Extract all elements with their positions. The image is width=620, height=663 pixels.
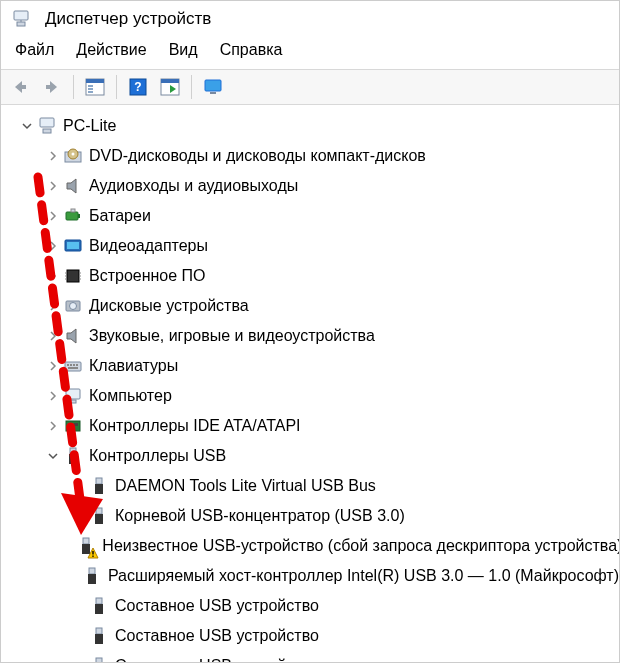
item-label: Компьютер: [89, 388, 172, 404]
speaker-icon: [63, 326, 83, 346]
scan-button[interactable]: [155, 73, 185, 101]
chevron-right-icon[interactable]: [45, 238, 61, 254]
show-hidden-button[interactable]: [198, 73, 228, 101]
usb-plug-icon: [89, 656, 109, 663]
usb-icon: [63, 446, 83, 466]
item-label: Неизвестное USB-устройство (сбой запроса…: [102, 538, 620, 554]
arrow-left-icon: [11, 78, 29, 96]
tree-item-dvd[interactable]: DVD-дисководы и дисководы компакт-дисков: [11, 141, 619, 171]
usb-plug-icon: [89, 596, 109, 616]
svg-rect-54: [95, 484, 103, 494]
monitor-icon: [203, 78, 223, 96]
svg-rect-40: [65, 362, 81, 371]
chevron-down-icon[interactable]: [45, 448, 61, 464]
tree-item-usb-unknown[interactable]: · Неизвестное USB-устройство (сбой запро…: [11, 531, 619, 561]
svg-rect-51: [70, 448, 76, 454]
item-label: Составное USB устройство: [115, 598, 319, 614]
computer-icon: [37, 116, 57, 136]
svg-rect-20: [43, 129, 51, 133]
item-label: DAEMON Tools Lite Virtual USB Bus: [115, 478, 376, 494]
tree-root[interactable]: PC-Lite: [11, 111, 619, 141]
tree-item-computer[interactable]: Компьютер: [11, 381, 619, 411]
toolbar: ?: [1, 69, 619, 105]
app-icon: [11, 9, 31, 29]
usb-plug-icon: [76, 536, 96, 556]
item-label: Корневой USB-концентратор (USB 3.0): [115, 508, 405, 524]
battery-icon: [63, 206, 83, 226]
svg-rect-62: [89, 568, 95, 574]
separator: [116, 75, 117, 99]
separator: [73, 75, 74, 99]
tree-item-ide[interactable]: Контроллеры IDE ATA/ATAPI: [11, 411, 619, 441]
svg-rect-19: [40, 118, 54, 127]
menu-help[interactable]: Справка: [220, 41, 283, 59]
chevron-right-icon[interactable]: [45, 178, 61, 194]
svg-rect-44: [76, 364, 78, 366]
chevron-right-icon[interactable]: [45, 148, 61, 164]
svg-rect-66: [96, 628, 102, 634]
svg-rect-6: [46, 85, 51, 89]
tree-item-video[interactable]: Видеоадаптеры: [11, 231, 619, 261]
controller-icon: [63, 416, 83, 436]
chevron-right-icon[interactable]: [45, 388, 61, 404]
tree-item-usb-child[interactable]: · Составное USB устройство: [11, 621, 619, 651]
svg-rect-67: [95, 634, 103, 644]
svg-rect-18: [210, 92, 216, 94]
item-label: Расширяемый хост-контроллер Intel(R) USB…: [108, 568, 619, 584]
tree-item-usb-child[interactable]: · Составное USB устройство: [11, 591, 619, 621]
tree-item-usb-child[interactable]: · Расширяемый хост-контроллер Intel(R) U…: [11, 561, 619, 591]
usb-plug-icon: [89, 506, 109, 526]
root-label: PC-Lite: [63, 118, 116, 134]
item-label: Видеоадаптеры: [89, 238, 208, 254]
svg-rect-50: [74, 423, 78, 426]
properties-button[interactable]: [80, 73, 110, 101]
svg-rect-25: [66, 212, 78, 220]
chevron-right-icon[interactable]: [45, 208, 61, 224]
tree-item-usb-child[interactable]: · DAEMON Tools Lite Virtual USB Bus: [11, 471, 619, 501]
back-button[interactable]: [5, 73, 35, 101]
menu-file[interactable]: Файл: [15, 41, 54, 59]
tree-item-sound[interactable]: Звуковые, игровые и видеоустройства: [11, 321, 619, 351]
tree-item-audio[interactable]: Аудиовходы и аудиовыходы: [11, 171, 619, 201]
tree-item-keyboards[interactable]: Клавиатуры: [11, 351, 619, 381]
svg-rect-8: [86, 79, 104, 83]
chevron-right-icon[interactable]: [45, 298, 61, 314]
menu-view[interactable]: Вид: [169, 41, 198, 59]
svg-rect-11: [88, 91, 93, 93]
svg-rect-17: [205, 80, 221, 91]
help-button[interactable]: ?: [123, 73, 153, 101]
item-label: Встроенное ПО: [89, 268, 206, 284]
monitor-icon: [63, 386, 83, 406]
svg-rect-30: [67, 270, 79, 282]
svg-rect-57: [83, 538, 89, 544]
svg-rect-0: [14, 11, 28, 20]
menu-action[interactable]: Действие: [76, 41, 146, 59]
svg-rect-45: [68, 367, 78, 369]
svg-rect-49: [68, 423, 72, 426]
svg-rect-64: [96, 598, 102, 604]
svg-point-38: [70, 303, 77, 310]
item-label: Составное USB устройство: [115, 628, 319, 644]
window-title: Диспетчер устройств: [45, 9, 211, 29]
chip-icon: [63, 266, 83, 286]
tree-item-disks[interactable]: Дисковые устройства: [11, 291, 619, 321]
svg-text:?: ?: [134, 80, 141, 94]
item-label: Контроллеры IDE ATA/ATAPI: [89, 418, 301, 434]
tree-item-batteries[interactable]: Батареи: [11, 201, 619, 231]
tree-item-firmware[interactable]: Встроенное ПО: [11, 261, 619, 291]
chevron-right-icon[interactable]: [45, 418, 61, 434]
svg-rect-61: [93, 556, 94, 557]
chevron-right-icon[interactable]: [45, 328, 61, 344]
chevron-right-icon[interactable]: [45, 358, 61, 374]
svg-point-23: [72, 153, 75, 156]
keyboard-icon: [63, 356, 83, 376]
separator: [191, 75, 192, 99]
device-tree[interactable]: PC-Lite DVD-дисководы и дисководы компак…: [1, 105, 619, 663]
tree-item-usb-child[interactable]: · Корневой USB-концентратор (USB 3.0): [11, 501, 619, 531]
svg-rect-42: [70, 364, 72, 366]
forward-button[interactable]: [37, 73, 67, 101]
chevron-down-icon[interactable]: [19, 118, 35, 134]
tree-item-usb-child[interactable]: · Составное USB устройство: [11, 651, 619, 663]
tree-item-usb-controllers[interactable]: Контроллеры USB: [11, 441, 619, 471]
chevron-right-icon[interactable]: [45, 268, 61, 284]
